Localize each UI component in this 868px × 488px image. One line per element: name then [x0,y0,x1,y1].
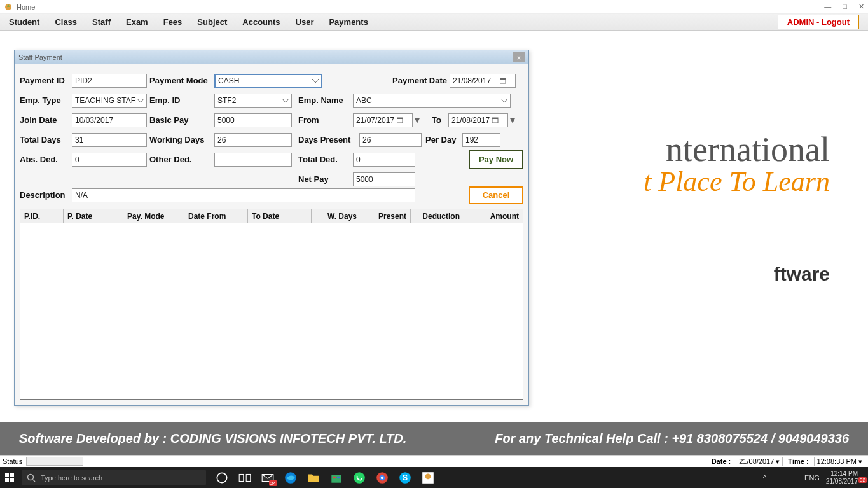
emp-id-select[interactable] [214,94,292,108]
minimize-icon[interactable]: — [824,3,831,11]
menu-payments[interactable]: Payments [329,17,368,27]
menu-accounts[interactable]: Accounts [242,17,280,27]
menu-subject[interactable]: Subject [197,17,227,27]
grid-col-datefrom[interactable]: Date From [184,209,248,223]
bg-line-3: ftware [774,263,830,285]
emp-name-select[interactable] [353,94,511,108]
close-icon[interactable]: ✕ [858,3,864,11]
label-emp-type: Emp. Type [20,95,72,105]
windows-taskbar: Type here to search 24 S ^ ENG 12:14 PM … [0,467,868,488]
basic-pay-field[interactable] [214,113,292,127]
whatsapp-icon[interactable] [352,471,366,485]
label-to: To [432,115,448,125]
grid-col-present[interactable]: Present [361,209,411,223]
clock-time: 12:14 PM [826,470,858,478]
status-value [26,457,83,466]
status-date-label: Date : [712,457,731,465]
grid-col-amount[interactable]: Amount [464,209,523,223]
clock-date: 21/08/2017 [826,478,858,485]
start-icon[interactable] [4,472,15,484]
per-day-field[interactable] [462,133,500,147]
svg-point-17 [381,476,383,478]
join-date-field[interactable] [72,113,147,127]
svg-rect-9 [246,474,251,481]
payment-mode-select[interactable] [214,74,322,88]
chevron-down-icon[interactable]: ▾ [508,114,517,126]
menu-staff[interactable]: Staff [92,17,111,27]
other-ded-field[interactable] [214,153,292,167]
menu-class[interactable]: Class [55,17,77,27]
logout-button[interactable]: ADMIN - Logout [778,15,859,29]
maximize-icon[interactable]: □ [843,3,847,11]
payment-history-grid[interactable]: P.ID. P. Date Pay. Mode Date From To Dat… [20,209,523,400]
main-area: nternational t Place To Learn ftware Sta… [0,31,868,422]
store-icon[interactable] [329,471,343,485]
svg-rect-13 [337,476,340,478]
skype-icon[interactable]: S [398,471,412,485]
file-explorer-icon[interactable] [307,471,320,485]
window-title: Home [17,3,35,11]
staff-payment-modal: Staff Payment x Payment ID Payment Mode … [14,50,529,406]
app-icon [4,3,13,11]
chevron-down-icon[interactable]: ▾ [413,114,422,126]
emp-type-select[interactable] [72,94,147,108]
taskbar-clock[interactable]: 12:14 PM 21/08/2017 [826,470,858,485]
net-pay-field[interactable] [353,172,415,186]
total-ded-field[interactable] [353,153,415,167]
svg-point-5 [28,474,34,480]
to-date-field[interactable] [448,113,508,127]
working-days-field[interactable] [214,133,292,147]
footer-band: Software Developed by : CODING VISIONS I… [0,422,868,455]
label-total-ded: Total Ded. [298,155,353,164]
menu-user[interactable]: User [296,17,314,27]
chrome-icon[interactable] [375,471,389,485]
pay-now-button[interactable]: Pay Now [469,150,523,169]
app-icon[interactable] [421,471,435,485]
svg-text:S: S [403,473,408,482]
footer-right: For any Technical Help Call : +91 830807… [495,431,849,446]
payment-date-field[interactable] [450,74,516,88]
mail-badge: 24 [269,480,277,486]
label-basic-pay: Basic Pay [149,115,214,125]
from-date-field[interactable] [353,113,413,127]
search-input[interactable]: Type here to search [22,470,206,485]
tray-chevron-up-icon[interactable]: ^ [763,474,766,482]
grid-col-pdate[interactable]: P. Date [64,209,123,223]
label-abs-ded: Abs. Ded. [20,155,72,164]
notif-badge: 32 [858,477,867,483]
status-date[interactable]: 21/08/2017 ▾ [736,457,783,466]
status-time[interactable]: 12:08:33 PM ▾ [814,457,865,466]
menu-student[interactable]: Student [9,17,39,27]
menu-fees[interactable]: Fees [163,17,183,27]
grid-col-pid[interactable]: P.ID. [20,209,64,223]
language-indicator[interactable]: ENG [804,474,820,482]
chevron-down-icon[interactable]: ▾ [858,457,862,465]
task-view-icon[interactable] [238,471,252,485]
svg-rect-12 [333,476,336,478]
chevron-down-icon[interactable]: ▾ [776,457,780,465]
grid-col-wdays[interactable]: W. Days [312,209,361,223]
background-branding: nternational t Place To Learn ftware [644,130,868,198]
total-days-field[interactable] [72,133,147,147]
abs-ded-field[interactable] [72,153,147,167]
label-payment-id: Payment ID [20,76,72,85]
grid-col-todate[interactable]: To Date [248,209,312,223]
grid-col-paymode[interactable]: Pay. Mode [123,209,184,223]
modal-titlebar[interactable]: Staff Payment x [15,50,528,64]
label-other-ded: Other Ded. [149,155,214,164]
label-emp-id: Emp. ID [149,95,214,105]
window-titlebar: Home — □ ✕ [0,0,868,14]
grid-col-deduction[interactable]: Deduction [411,209,464,223]
svg-point-21 [425,473,431,479]
menu-exam[interactable]: Exam [126,17,148,27]
cancel-button[interactable]: Cancel [469,186,523,204]
menu-bar: Student Class Staff Exam Fees Subject Ac… [0,14,868,31]
payment-id-field[interactable] [72,74,147,88]
mail-icon[interactable]: 24 [261,471,275,485]
days-present-field[interactable] [359,133,422,147]
modal-close-icon[interactable]: x [513,52,525,62]
label-from: From [298,115,353,125]
edge-icon[interactable] [284,471,298,485]
description-field[interactable] [72,188,415,202]
cortana-icon[interactable] [215,471,229,485]
